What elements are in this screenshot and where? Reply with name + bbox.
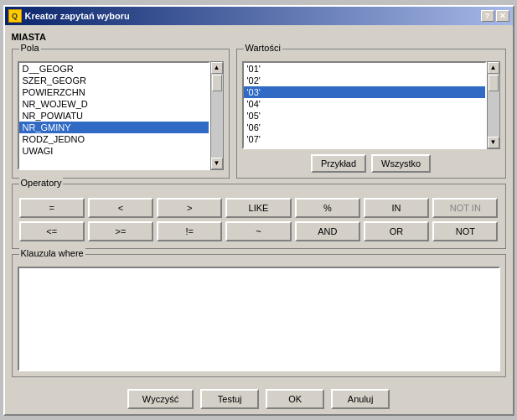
fields-list-wrapper: D__GEOGR SZER_GEOGR POWIERZCHN NR_WOJEW_… xyxy=(18,61,224,170)
title-bar-left: Q Kreator zapytań wyboru xyxy=(8,9,130,23)
top-section: Pola D__GEOGR SZER_GEOGR POWIERZCHN NR_W… xyxy=(12,49,506,179)
title-buttons: ? ✕ xyxy=(481,10,509,22)
op-percent[interactable]: % xyxy=(295,198,360,218)
op-or[interactable]: OR xyxy=(364,221,429,241)
op-lte[interactable]: <= xyxy=(19,221,85,241)
op-like[interactable]: LIKE xyxy=(225,198,291,218)
fields-group: Pola D__GEOGR SZER_GEOGR POWIERZCHN NR_W… xyxy=(12,49,230,179)
values-label: Wartości xyxy=(244,43,282,53)
main-window: Q Kreator zapytań wyboru ? ✕ MIASTA Pola… xyxy=(3,5,514,416)
op-eq[interactable]: = xyxy=(19,198,85,218)
op-in[interactable]: IN xyxy=(364,198,429,218)
where-clause-group: Klauzula where xyxy=(12,254,506,377)
window-title: Kreator zapytań wyboru xyxy=(25,11,130,21)
list-item[interactable]: D__GEOGR xyxy=(19,63,209,75)
list-item[interactable]: RODZ_JEDNO xyxy=(19,133,209,145)
bottom-buttons: Wyczyść Testuj OK Anuluj xyxy=(5,384,513,414)
scroll-track xyxy=(488,74,499,137)
list-item[interactable]: '05' xyxy=(244,110,485,122)
list-item[interactable]: '04' xyxy=(244,98,485,110)
fields-scrollbar[interactable]: ▲ ▼ xyxy=(210,61,224,170)
test-button[interactable]: Testuj xyxy=(200,389,259,409)
sample-button[interactable]: Przykład xyxy=(311,154,366,173)
all-button[interactable]: Wszystko xyxy=(371,154,431,173)
list-item[interactable]: '02' xyxy=(244,75,485,86)
values-list-wrapper: '01' '02' '03' '04' '05' '06' '07' ▲ ▼ xyxy=(242,61,500,149)
list-item-selected[interactable]: '03' xyxy=(244,86,485,98)
where-textarea[interactable] xyxy=(18,267,500,371)
scroll-down-btn[interactable]: ▼ xyxy=(211,158,223,169)
list-item[interactable]: SZER_GEOGR xyxy=(19,75,209,86)
ok-button[interactable]: OK xyxy=(266,389,324,409)
list-item[interactable]: NR_WOJEW_D xyxy=(19,98,209,110)
fields-label: Pola xyxy=(19,43,41,53)
help-button[interactable]: ? xyxy=(481,10,494,22)
list-item[interactable]: UWAGI xyxy=(19,145,209,157)
scroll-up-btn[interactable]: ▲ xyxy=(211,62,223,74)
window-content: MIASTA Pola D__GEOGR SZER_GEOGR POWIERZC… xyxy=(5,25,513,384)
scroll-thumb[interactable] xyxy=(212,75,222,91)
op-gt[interactable]: > xyxy=(157,198,222,218)
list-item[interactable]: '07' xyxy=(244,133,485,145)
title-bar: Q Kreator zapytań wyboru ? ✕ xyxy=(5,7,513,25)
values-scrollbar[interactable]: ▲ ▼ xyxy=(487,61,500,149)
op-not[interactable]: NOT xyxy=(432,221,498,241)
scroll-up-btn[interactable]: ▲ xyxy=(488,62,499,74)
operators-grid: = < > LIKE % IN NOT IN <= >= != ~ AND OR… xyxy=(18,196,500,243)
fields-listbox[interactable]: D__GEOGR SZER_GEOGR POWIERZCHN NR_WOJEW_… xyxy=(18,61,210,170)
values-buttons: Przykład Wszystko xyxy=(242,154,500,173)
op-not-in[interactable]: NOT IN xyxy=(432,198,498,218)
operators-label: Operatory xyxy=(19,178,64,188)
list-item[interactable]: POWIERZCHN xyxy=(19,86,209,98)
cancel-button[interactable]: Anuluj xyxy=(331,389,390,409)
op-and[interactable]: AND xyxy=(295,221,360,241)
operators-group: Operatory = < > LIKE % IN NOT IN <= >= !… xyxy=(12,184,506,249)
scroll-thumb[interactable] xyxy=(489,75,499,91)
list-item-selected[interactable]: NR_GMINY xyxy=(19,122,209,133)
list-item[interactable]: '06' xyxy=(244,122,485,133)
op-neq[interactable]: != xyxy=(157,221,222,241)
clear-button[interactable]: Wyczyść xyxy=(127,389,194,409)
op-gte[interactable]: >= xyxy=(88,221,153,241)
list-item[interactable]: NR_POWIATU xyxy=(19,110,209,122)
op-lt[interactable]: < xyxy=(88,198,153,218)
values-group: Wartości '01' '02' '03' '04' '05' '06' '… xyxy=(236,49,506,179)
table-name: MIASTA xyxy=(12,32,506,42)
close-button[interactable]: ✕ xyxy=(496,10,509,22)
scroll-track xyxy=(211,74,223,158)
values-listbox[interactable]: '01' '02' '03' '04' '05' '06' '07' xyxy=(242,61,487,149)
op-tilde[interactable]: ~ xyxy=(225,221,291,241)
scroll-down-btn[interactable]: ▼ xyxy=(488,137,499,148)
app-icon: Q xyxy=(8,9,22,23)
list-item[interactable]: '01' xyxy=(244,63,485,75)
where-label: Klauzula where xyxy=(19,248,85,258)
